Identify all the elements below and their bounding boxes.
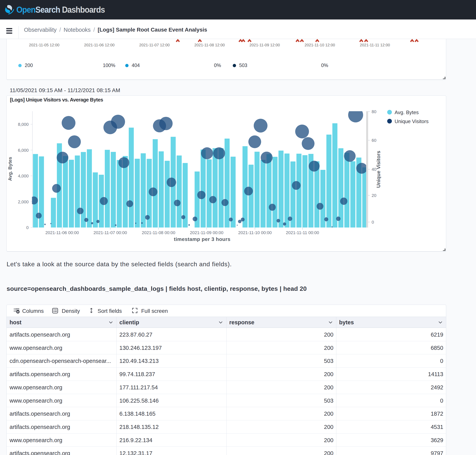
svg-text:6,000: 6,000 bbox=[18, 148, 29, 153]
svg-text:2021-11-06 00:00: 2021-11-06 00:00 bbox=[45, 230, 79, 235]
svg-text:2021-11-10 00:00: 2021-11-10 00:00 bbox=[238, 230, 272, 235]
svg-text:timestamp per 3 hours: timestamp per 3 hours bbox=[174, 236, 230, 242]
svg-text:60: 60 bbox=[371, 138, 376, 143]
svg-text:8,000: 8,000 bbox=[18, 122, 29, 127]
svg-text:0: 0 bbox=[26, 225, 29, 230]
svg-text:2,000: 2,000 bbox=[18, 199, 29, 204]
svg-text:4,000: 4,000 bbox=[18, 174, 29, 179]
svg-text:Unique Visitors: Unique Visitors bbox=[376, 151, 381, 188]
svg-text:20: 20 bbox=[371, 193, 376, 198]
svg-text:2021-11-07 00:00: 2021-11-07 00:00 bbox=[94, 230, 127, 235]
svg-text:Avg. Bytes: Avg. Bytes bbox=[395, 109, 419, 115]
svg-text:Avg. Bytes: Avg. Bytes bbox=[8, 157, 13, 181]
svg-text:2021-11-09 00:00: 2021-11-09 00:00 bbox=[190, 230, 223, 235]
svg-text:2021-11-11 00:00: 2021-11-11 00:00 bbox=[286, 230, 319, 235]
svg-text:80: 80 bbox=[371, 109, 376, 114]
svg-text:Unique Visitors: Unique Visitors bbox=[395, 118, 428, 124]
svg-text:0: 0 bbox=[371, 220, 374, 225]
svg-text:2021-11-08 00:00: 2021-11-08 00:00 bbox=[142, 230, 175, 235]
